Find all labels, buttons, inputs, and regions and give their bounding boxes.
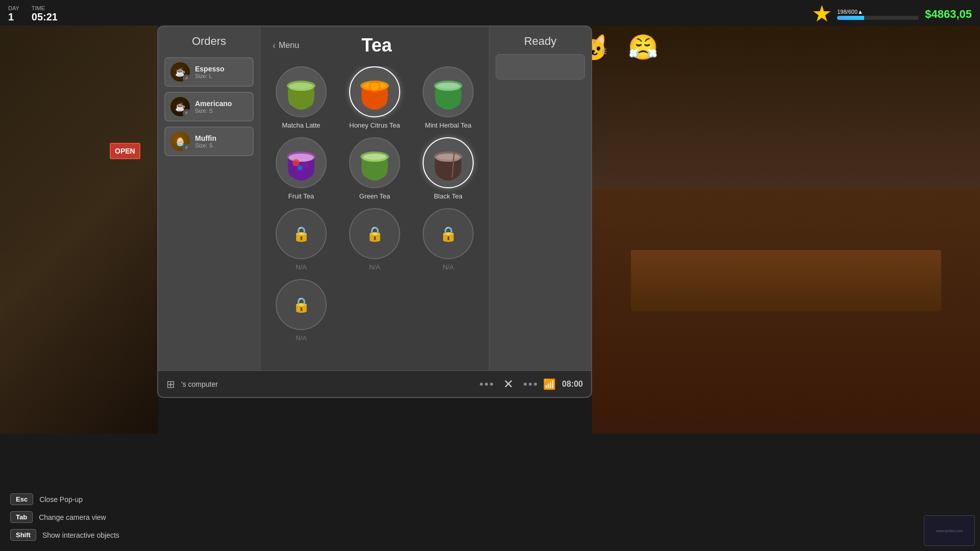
black-label: Black Tea — [434, 192, 462, 200]
svg-point-12 — [288, 154, 314, 162]
shift-key: Shift — [10, 529, 36, 541]
xp-fill — [837, 16, 864, 20]
svg-point-15 — [298, 165, 303, 170]
center-header: ‹ Menu Tea — [268, 35, 481, 56]
green-circle — [349, 137, 400, 188]
xp-bar — [837, 16, 919, 20]
espresso-icon: ☕ 8 — [170, 62, 190, 82]
locked-label-2: N/A — [369, 263, 380, 271]
star-icon — [813, 5, 831, 23]
ready-title: Ready — [496, 35, 585, 48]
muffin-name: Muffin — [195, 134, 248, 142]
tea-item-locked-3: 🔒 N/A — [415, 208, 481, 271]
dot-2 — [485, 383, 488, 386]
tea-item-honey[interactable]: Honey Citrus Tea — [342, 66, 407, 129]
xp-bar-container: 198/600▲ — [837, 9, 919, 20]
locked-circle-1: 🔒 — [276, 208, 327, 259]
black-circle — [423, 137, 474, 188]
americano-name: Americano — [195, 99, 248, 108]
shift-hint-text: Show interactive objects — [42, 531, 119, 539]
hint-row-tab: Tab Change camera view — [10, 511, 119, 523]
tea-item-mint[interactable]: Mint Herbal Tea — [415, 66, 481, 129]
muffin-size: Size: S — [195, 142, 248, 148]
svg-point-2 — [290, 83, 312, 89]
panel-content: Orders ☕ 8 Espesso Size: L ☕ 6 Americano — [158, 27, 591, 370]
svg-point-21 — [437, 154, 459, 160]
espresso-badge: 8 — [183, 74, 190, 82]
espresso-name: Espesso — [195, 65, 248, 73]
bottom-dots-left — [480, 383, 493, 386]
lock-icon-1: 🔒 — [292, 226, 310, 242]
day-value: 1 — [8, 11, 19, 23]
matcha-circle — [276, 66, 327, 117]
hint-row-shift: Shift Show interactive objects — [10, 529, 119, 541]
muffin-icon: 🧁 6 — [170, 132, 190, 151]
back-label: Menu — [279, 41, 299, 50]
lock-icon-3: 🔒 — [439, 226, 457, 242]
espresso-info: Espesso Size: L — [195, 65, 248, 79]
mint-circle — [423, 66, 474, 117]
locked-label-4: N/A — [296, 334, 307, 342]
honey-circle — [349, 66, 400, 117]
americano-badge: 6 — [183, 109, 190, 116]
dot-6 — [534, 383, 537, 386]
tea-item-green[interactable]: Green Tea — [342, 137, 407, 200]
esc-hint-text: Close Pop-up — [39, 495, 83, 504]
computer-text: 's computer — [181, 380, 218, 388]
wifi-icon: 📶 — [543, 378, 556, 390]
bottom-time: 08:00 — [562, 380, 583, 389]
dot-4 — [524, 383, 527, 386]
fruit-circle — [276, 137, 327, 188]
honey-label: Honey Citrus Tea — [349, 121, 400, 129]
tea-menu-title: Tea — [303, 35, 450, 56]
tea-items-grid: Matcha Latte Honey Citru — [268, 66, 481, 342]
tea-item-locked-1: 🔒 N/A — [268, 208, 334, 271]
svg-point-18 — [363, 154, 386, 160]
xp-text: 198/600▲ — [837, 9, 919, 15]
day-label: Day — [8, 5, 19, 11]
green-label: Green Tea — [359, 192, 390, 200]
fruit-label: Fruit Tea — [288, 192, 314, 200]
order-item-muffin[interactable]: 🧁 6 Muffin Size: S — [164, 127, 254, 156]
day-time-display: Day 1 Time 05:21 — [8, 5, 58, 23]
bottom-dots-right — [524, 383, 537, 386]
ready-panel: Ready — [489, 27, 591, 370]
time-display: Time 05:21 — [32, 5, 58, 23]
hint-row-esc: Esc Close Pop-up — [10, 493, 119, 505]
dot-1 — [480, 383, 483, 386]
time-value: 05:21 — [32, 11, 58, 23]
tab-key: Tab — [10, 511, 33, 523]
tea-item-matcha[interactable]: Matcha Latte — [268, 66, 334, 129]
game-bg-left — [0, 26, 158, 434]
lock-icon-2: 🔒 — [366, 226, 384, 242]
open-sign: OPEN — [110, 143, 140, 159]
back-button[interactable]: ‹ Menu — [268, 38, 303, 53]
order-item-americano[interactable]: ☕ 6 Americano Size: S — [164, 92, 254, 121]
tea-item-locked-2: 🔒 N/A — [342, 208, 407, 271]
back-arrow-icon: ‹ — [273, 40, 276, 51]
svg-point-13 — [292, 159, 300, 166]
svg-point-7 — [371, 83, 379, 91]
angry-customer-icon: 😤 — [628, 33, 658, 62]
matcha-label: Matcha Latte — [282, 121, 320, 129]
order-item-espresso[interactable]: ☕ 8 Espesso Size: L — [164, 57, 254, 87]
tab-hint-text: Change camera view — [39, 513, 106, 521]
americano-icon: ☕ 6 — [170, 97, 190, 116]
esc-key: Esc — [10, 493, 33, 505]
hud-right: 198/600▲ $4863,05 — [813, 5, 972, 23]
dot-5 — [529, 383, 532, 386]
cafe-floor — [592, 189, 980, 434]
americano-size: Size: S — [195, 108, 248, 114]
grid-icon[interactable]: ⊞ — [166, 378, 175, 390]
muffin-info: Muffin Size: S — [195, 134, 248, 148]
tea-item-black[interactable]: Black Tea — [415, 137, 481, 200]
dot-3 — [490, 383, 493, 386]
bottom-bar: ⊞ 's computer ✕ 📶 08:00 — [158, 370, 591, 397]
lock-icon-4: 🔒 — [292, 296, 310, 313]
time-label: Time — [32, 5, 58, 11]
americano-info: Americano Size: S — [195, 99, 248, 114]
close-button[interactable]: ✕ — [499, 375, 518, 393]
tea-item-fruit[interactable]: Fruit Tea — [268, 137, 334, 200]
orders-title: Orders — [164, 35, 254, 48]
orders-panel: Orders ☕ 8 Espesso Size: L ☕ 6 Americano — [158, 27, 260, 370]
